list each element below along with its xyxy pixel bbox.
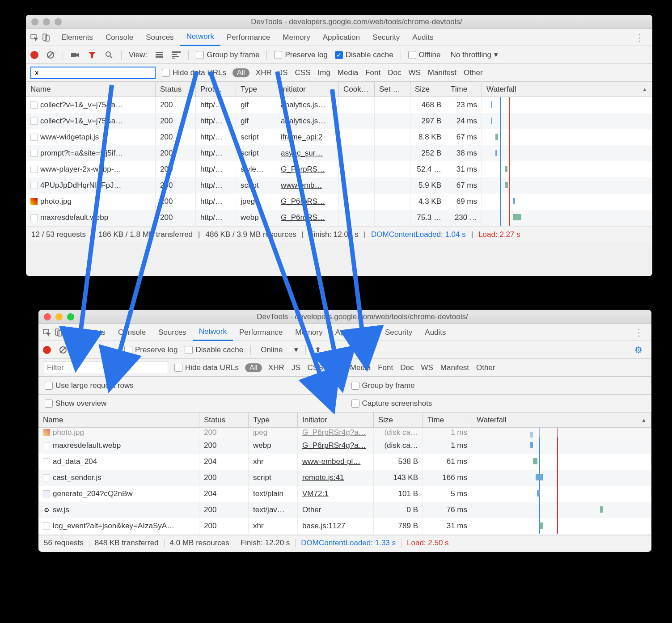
group-by-frame-checkbox[interactable]: Group by frame (351, 381, 415, 390)
search-icon[interactable] (100, 345, 110, 355)
large-rows-icon[interactable] (154, 50, 164, 60)
table-row[interactable]: www-player-2x-webp-…200http/…style…G_P6r… (26, 161, 652, 177)
column-initiator[interactable]: Initiator (276, 82, 339, 97)
more-icon[interactable]: ⋮ (630, 327, 648, 338)
capture-screenshots-checkbox[interactable]: Capture screenshots (351, 399, 432, 408)
column-name[interactable]: Name (26, 82, 156, 97)
table-row[interactable]: log_event?alt=json&key=AIzaSyA…200xhrbas… (38, 518, 651, 534)
tab-console[interactable]: Console (99, 29, 139, 46)
tab-memory[interactable]: Memory (289, 324, 329, 341)
column-waterfall[interactable]: Waterfall▲ (472, 413, 651, 427)
overview-icon[interactable] (171, 50, 181, 60)
table-row[interactable]: prompt?t=a&site=ylj5if…200http/…scriptas… (26, 145, 652, 161)
table-row[interactable]: ⚙sw.js200text/jav…Other0 B76 ms (38, 502, 651, 518)
column-type[interactable]: Type (236, 82, 276, 97)
device-icon[interactable] (41, 33, 51, 42)
record-button[interactable] (43, 346, 51, 354)
filter-type-js[interactable]: JS (292, 363, 300, 372)
column-prot[interactable]: Prot… (196, 82, 236, 97)
table-row[interactable]: photo.jpg200jpegG_P6rpRSr4g?a…(disk ca…1… (38, 428, 651, 438)
filter-all[interactable]: All (245, 363, 262, 372)
filter-type-other[interactable]: Other (476, 363, 495, 372)
large-rows-checkbox[interactable]: Use large request rows (45, 381, 134, 390)
tab-security[interactable]: Security (366, 29, 406, 46)
throttling-select[interactable]: No throttling▾ (450, 50, 498, 59)
filter-type-font[interactable]: Font (378, 363, 393, 372)
offline-checkbox[interactable]: Offline (408, 51, 441, 59)
close-dot[interactable] (44, 313, 51, 320)
tab-elements[interactable]: Elements (68, 324, 112, 341)
table-row[interactable]: ad_data_204204xhrwww-embed-pl…538 B61 ms (38, 454, 651, 470)
max-dot[interactable] (55, 18, 62, 25)
column-set[interactable]: Set … (375, 82, 410, 97)
column-type[interactable]: Type (249, 413, 298, 427)
filter-all[interactable]: All (232, 68, 249, 77)
tab-network[interactable]: Network (193, 324, 233, 341)
hide-data-urls-checkbox[interactable]: Hide data URLs (162, 68, 226, 77)
hide-data-urls-checkbox[interactable]: Hide data URLs (174, 363, 239, 372)
search-icon[interactable] (104, 50, 114, 60)
tab-sources[interactable]: Sources (152, 324, 192, 341)
clear-icon[interactable] (46, 50, 55, 60)
tab-performance[interactable]: Performance (233, 324, 289, 341)
tab-application[interactable]: Application (317, 29, 366, 46)
upload-icon[interactable] (313, 345, 323, 355)
table-row[interactable]: photo.jpg200http/…jpegG_P6rpRS…4.3 KB69 … (26, 194, 652, 210)
inspect-icon[interactable] (30, 33, 39, 42)
table-row[interactable]: maxresdefault.webp200http/…webpG_P6rpRS…… (26, 210, 652, 226)
column-initiator[interactable]: Initiator (298, 413, 374, 427)
tab-performance[interactable]: Performance (220, 29, 276, 46)
filter-type-media[interactable]: Media (350, 363, 371, 372)
device-icon[interactable] (54, 328, 63, 337)
column-cook[interactable]: Cook… (339, 82, 375, 97)
table-row[interactable]: collect?v=1&_v=j75&a…200http/…gifanalyti… (26, 97, 652, 113)
table-row[interactable]: collect?v=1&_v=j75&a…200http/…gifanalyti… (26, 113, 652, 129)
column-status[interactable]: Status (199, 413, 249, 427)
table-row[interactable]: cast_sender.js200scriptremote.js:41143 K… (38, 470, 651, 486)
preserve-log-checkbox[interactable]: Preserve log (124, 345, 178, 354)
clear-icon[interactable] (58, 345, 68, 355)
tab-elements[interactable]: Elements (55, 29, 99, 46)
filter-type-media[interactable]: Media (338, 68, 358, 77)
inspect-icon[interactable] (42, 328, 52, 337)
table-row[interactable]: www-widgetapi.js200http/…scriptiframe_ap… (26, 129, 652, 145)
table-row[interactable]: 4PUpJpDdHqrNInFpJ…200http/…scriptwww-emb… (26, 177, 652, 194)
column-status[interactable]: Status (156, 82, 196, 97)
tab-application[interactable]: Application (329, 324, 379, 341)
filter-type-xhr[interactable]: XHR (256, 68, 272, 77)
settings-icon[interactable]: ⚙ (630, 345, 647, 355)
preserve-log-checkbox[interactable]: Preserve log (274, 51, 327, 59)
filter-type-doc[interactable]: Doc (400, 363, 414, 372)
filter-type-doc[interactable]: Doc (388, 68, 401, 77)
filter-type-js[interactable]: JS (279, 68, 288, 77)
filter-icon[interactable] (87, 50, 97, 60)
min-dot[interactable] (43, 18, 50, 25)
filter-type-xhr[interactable]: XHR (268, 363, 284, 372)
filter-type-font[interactable]: Font (365, 68, 380, 77)
disable-cache-checkbox[interactable]: ✓Disable cache (335, 51, 393, 59)
show-overview-checkbox[interactable]: Show overview (45, 399, 106, 408)
filter-type-ws[interactable]: WS (408, 68, 420, 77)
filter-input[interactable] (43, 362, 168, 374)
tab-sources[interactable]: Sources (139, 29, 180, 46)
column-time[interactable]: Time (446, 82, 482, 97)
column-size[interactable]: Size (374, 413, 423, 427)
min-dot[interactable] (55, 313, 63, 320)
disable-cache-checkbox[interactable]: Disable cache (185, 345, 243, 354)
column-name[interactable]: Name (38, 413, 199, 427)
online-select[interactable]: Online▾ (261, 345, 298, 354)
column-time[interactable]: Time (423, 413, 472, 427)
max-dot[interactable] (67, 313, 74, 320)
tab-console[interactable]: Console (112, 324, 152, 341)
more-icon[interactable]: ⋮ (631, 32, 649, 43)
filter-type-css[interactable]: CSS (308, 363, 323, 372)
filter-type-other[interactable]: Other (464, 68, 483, 77)
tab-network[interactable]: Network (180, 29, 220, 46)
column-waterfall[interactable]: Waterfall▲ (482, 82, 652, 97)
filter-type-manifest[interactable]: Manifest (428, 68, 456, 77)
filter-type-manifest[interactable]: Manifest (440, 363, 469, 372)
group-by-frame-checkbox[interactable]: Group by frame (196, 51, 259, 59)
column-size[interactable]: Size (410, 82, 446, 97)
tab-security[interactable]: Security (379, 324, 418, 341)
tab-audits[interactable]: Audits (418, 324, 452, 341)
